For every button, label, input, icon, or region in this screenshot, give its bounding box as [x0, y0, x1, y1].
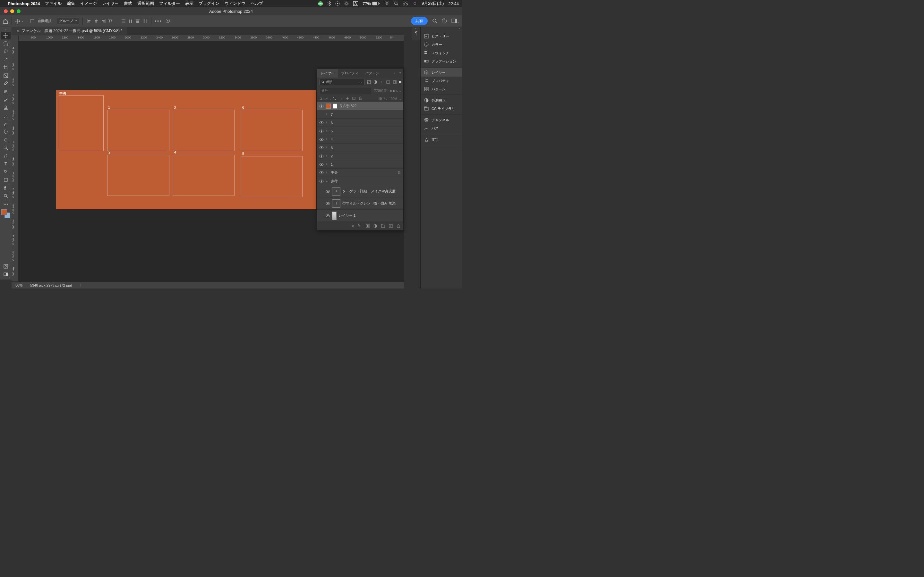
menu-help[interactable]: ヘルプ [250, 1, 263, 6]
move-tool[interactable] [1, 32, 11, 39]
layer-row[interactable]: 〉 7 [317, 110, 403, 119]
ruler-horizontal[interactable]: 800 1000 1200 1400 1600 1800 2000 2200 2… [19, 35, 404, 41]
brush-tool[interactable] [1, 96, 11, 103]
lock-transparency-icon[interactable] [333, 97, 337, 101]
fill-value[interactable]: 100% [389, 97, 397, 101]
history-brush-tool[interactable] [1, 112, 11, 119]
menu-type[interactable]: 書式 [124, 1, 132, 6]
group-button[interactable] [381, 224, 385, 228]
new-layer-button[interactable] [389, 224, 393, 228]
menu-view[interactable]: 表示 [185, 1, 194, 6]
bluetooth-icon[interactable] [328, 1, 331, 6]
layer-row[interactable]: 〉 4 [317, 135, 403, 143]
toolbox-collapse[interactable]: » [5, 28, 6, 31]
layer-row[interactable]: 長方形 822 [317, 102, 403, 110]
color-swatch[interactable] [1, 210, 10, 218]
auto-select-checkbox[interactable] [31, 19, 34, 23]
healing-tool[interactable] [1, 88, 11, 95]
box-6[interactable] [241, 110, 302, 151]
document-tab[interactable]: × ファンケル 課題 2024−22−−復元.psd @ 50% (CMYK/8… [12, 27, 127, 35]
filter-shape-icon[interactable] [386, 80, 391, 84]
menu-window[interactable]: ウィンドウ [225, 1, 246, 6]
box-4[interactable] [173, 155, 234, 196]
box-2[interactable] [107, 155, 170, 196]
screen-mode-button[interactable] [1, 271, 11, 278]
layer-row[interactable]: ⌄ 参考 [317, 177, 403, 185]
eyedropper-tool[interactable] [1, 80, 11, 87]
delete-layer-button[interactable] [396, 224, 401, 228]
home-button[interactable] [3, 18, 8, 24]
visibility-icon[interactable] [319, 112, 324, 117]
visibility-icon[interactable] [326, 189, 330, 193]
search-button[interactable] [432, 18, 437, 24]
panel-properties[interactable]: プロパティ [421, 77, 462, 85]
panel-history[interactable]: ヒストリー [421, 32, 462, 40]
menu-select[interactable]: 選択範囲 [137, 1, 154, 6]
panel-layers[interactable]: レイヤー [421, 68, 462, 77]
tab-properties[interactable]: プロパティ [338, 69, 362, 77]
workspace-button[interactable]: ⌄ [451, 19, 459, 24]
chevron-right-icon[interactable]: 〉 [326, 171, 329, 175]
control-center-icon[interactable] [403, 2, 408, 5]
distribute-h-button[interactable] [142, 18, 148, 24]
panel-dock-button[interactable]: » [391, 71, 397, 75]
menu-edit[interactable]: 編集 [67, 1, 75, 6]
menu-layer[interactable]: レイヤー [102, 1, 119, 6]
share-button[interactable]: 共有 [411, 17, 428, 25]
paragraph-panel-collapsed[interactable]: « ¶ [412, 27, 420, 40]
align-hcenter-button[interactable] [93, 18, 99, 24]
tab-patterns[interactable]: パターン [362, 69, 383, 77]
visibility-icon[interactable] [319, 145, 324, 150]
panel-menu-button[interactable]: ≡ [397, 71, 403, 75]
spotlight-icon[interactable] [394, 1, 399, 6]
panel-cc-libraries[interactable]: CC ライブラリ [421, 105, 462, 113]
shape-tool[interactable] [1, 176, 11, 184]
panel-color[interactable]: カラー [421, 40, 462, 49]
chevron-right-icon[interactable]: 〉 [326, 145, 329, 150]
layer-row[interactable]: レイヤー 1 [317, 210, 403, 222]
panel-swatches[interactable]: スウォッチ [421, 49, 462, 57]
window-minimize-button[interactable] [10, 9, 14, 13]
blend-mode-dropdown[interactable]: 通常 [319, 88, 372, 94]
align-right-button[interactable] [100, 18, 107, 24]
ruler-vertical[interactable]: 400 600 800 1000 1200 1400 1600 1800 200… [11, 41, 19, 282]
pen-tool[interactable] [1, 152, 11, 160]
doc-dimensions[interactable]: 5348 px x 2973 px (72 ppi) [30, 284, 72, 287]
auto-select-dropdown[interactable]: グループ [57, 18, 79, 24]
type-tool[interactable]: T [1, 160, 11, 168]
panel-adjustments[interactable]: 色調補正 [421, 96, 462, 105]
menu-plugins[interactable]: プラグイン [199, 1, 220, 6]
lock-pixels-icon[interactable] [339, 97, 344, 101]
document-canvas[interactable]: 中央 1 3 6 2 4 5 [56, 90, 317, 210]
stamp-tool[interactable] [1, 104, 11, 111]
layer-row[interactable]: 〉 5 [317, 127, 403, 135]
menu-image[interactable]: イメージ [80, 1, 97, 6]
layer-row[interactable]: T ◎マイルドクレン...徴・強み 無添 [317, 197, 403, 210]
distribute-bottom-button[interactable] [134, 18, 141, 24]
layer-row[interactable]: 〉 3 [317, 143, 403, 152]
panel-channels[interactable]: チャンネル [421, 116, 462, 124]
panel-collapse-chevrons[interactable]: « [421, 27, 462, 31]
visibility-icon[interactable] [319, 171, 324, 175]
window-close-button[interactable] [4, 9, 8, 13]
align-top-button[interactable] [107, 18, 113, 24]
wifi-icon[interactable] [384, 2, 389, 5]
quick-mask-button[interactable] [1, 263, 11, 270]
dodge-tool[interactable] [1, 144, 11, 152]
input-mode-icon[interactable]: A [353, 1, 358, 6]
box-5[interactable] [241, 156, 302, 197]
panel-patterns[interactable]: パターン [421, 85, 462, 93]
crop-tool[interactable] [1, 64, 11, 71]
menu-filter[interactable]: フィルター [159, 1, 180, 6]
menubar-time[interactable]: 22:44 [448, 1, 459, 6]
panel-paths[interactable]: パス [421, 124, 462, 132]
eraser-tool[interactable] [1, 120, 11, 127]
chevron-right-icon[interactable]: 〉 [326, 162, 329, 166]
path-select-tool[interactable] [1, 168, 11, 176]
align-left-button[interactable] [86, 18, 92, 24]
distribute-top-button[interactable] [120, 18, 127, 24]
hand-tool[interactable] [1, 184, 11, 192]
ruler-origin[interactable] [11, 35, 19, 41]
wand-tool[interactable] [1, 56, 11, 63]
blur-tool[interactable] [1, 136, 11, 143]
